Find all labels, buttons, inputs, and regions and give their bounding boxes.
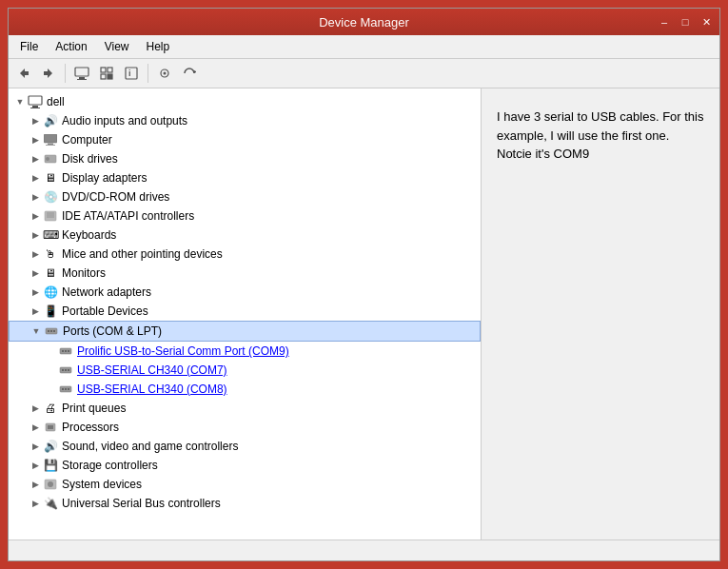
menu-view[interactable]: View — [97, 37, 137, 56]
tree-portable[interactable]: ▶ 📱 Portable Devices — [9, 302, 481, 321]
computer-button[interactable] — [70, 62, 93, 85]
tree-display[interactable]: ▶ 🖥 Display adapters — [9, 168, 481, 187]
collapse-button[interactable] — [95, 62, 118, 85]
menu-action[interactable]: Action — [48, 37, 94, 56]
device-tree[interactable]: ▼ dell ▶ 🔊 Audio inputs and outputs ▶ Co… — [9, 88, 482, 540]
tree-ide[interactable]: ▶ IDE ATA/ATAPI controllers — [9, 206, 481, 226]
view-button[interactable] — [153, 62, 176, 85]
minimize-button[interactable]: – — [655, 12, 674, 31]
sound-expand[interactable]: ▶ — [28, 439, 43, 454]
storage-label: Storage controllers — [62, 459, 158, 472]
audio-icon: 🔊 — [43, 113, 58, 128]
view-icon — [158, 67, 171, 80]
refresh-button[interactable] — [178, 62, 201, 85]
tree-audio[interactable]: ▶ 🔊 Audio inputs and outputs — [9, 111, 481, 130]
disk-expand[interactable]: ▶ — [28, 151, 43, 167]
svg-marker-2 — [48, 69, 52, 78]
help-properties-button[interactable]: i — [120, 62, 143, 85]
refresh-icon — [183, 67, 196, 80]
tree-system[interactable]: ▶ System devices — [9, 475, 481, 494]
maximize-button[interactable]: □ — [676, 12, 695, 31]
tree-mice[interactable]: ▶ 🖱 Mice and other pointing devices — [9, 245, 481, 264]
keyboard-expand[interactable]: ▶ — [28, 227, 43, 243]
computer-expand[interactable]: ▶ — [28, 132, 43, 147]
svg-point-14 — [164, 72, 167, 75]
system-icon — [43, 477, 58, 492]
svg-point-37 — [62, 369, 64, 371]
usb-icon: 🔌 — [43, 496, 58, 511]
svg-rect-21 — [46, 145, 55, 146]
dvd-icon: 💿 — [43, 189, 58, 205]
com9-label: Prolific USB-to-Serial Comm Port (COM9) — [77, 344, 289, 358]
network-expand[interactable]: ▶ — [28, 284, 43, 300]
system-expand[interactable]: ▶ — [28, 477, 43, 492]
sound-icon: 🔊 — [43, 439, 58, 454]
portable-expand[interactable]: ▶ — [28, 304, 43, 319]
svg-point-39 — [68, 369, 69, 371]
svg-rect-8 — [108, 68, 112, 72]
usb-label: Universal Serial Bus controllers — [62, 497, 221, 510]
svg-point-29 — [48, 330, 49, 332]
svg-rect-18 — [30, 108, 40, 108]
audio-expand[interactable]: ▶ — [28, 113, 43, 128]
tree-computer[interactable]: ▶ Computer — [9, 130, 481, 149]
ports-expand[interactable]: ▼ — [29, 324, 44, 339]
content-area: ▼ dell ▶ 🔊 Audio inputs and outputs ▶ Co… — [9, 88, 719, 540]
computer-icon — [43, 132, 58, 147]
display-expand[interactable]: ▶ — [28, 170, 43, 186]
tree-dvd[interactable]: ▶ 💿 DVD/CD-ROM drives — [9, 187, 481, 206]
forward-icon — [42, 67, 55, 80]
back-button[interactable] — [12, 62, 35, 85]
tree-processors[interactable]: ▶ Processors — [9, 418, 481, 437]
computer-icon — [74, 67, 89, 80]
svg-point-42 — [65, 388, 67, 390]
menu-help[interactable]: Help — [139, 37, 178, 56]
close-button[interactable]: ✕ — [697, 12, 716, 31]
tree-usb[interactable]: ▶ 🔌 Universal Serial Bus controllers — [9, 494, 481, 513]
svg-rect-3 — [44, 71, 48, 75]
tree-print[interactable]: ▶ 🖨 Print queues — [9, 399, 481, 418]
svg-marker-0 — [20, 69, 25, 78]
storage-expand[interactable]: ▶ — [28, 458, 43, 473]
menu-file[interactable]: File — [12, 37, 46, 56]
tree-com7[interactable]: USB-SERIAL CH340 (COM7) — [9, 361, 481, 380]
tree-disk[interactable]: ▶ Disk drives — [9, 149, 481, 168]
tree-sound[interactable]: ▶ 🔊 Sound, video and game controllers — [9, 437, 481, 456]
dvd-label: DVD/CD-ROM drives — [62, 190, 169, 204]
tree-network[interactable]: ▶ 🌐 Network adapters — [9, 283, 481, 302]
com7-expand — [43, 363, 58, 378]
usb-expand[interactable]: ▶ — [28, 496, 43, 511]
forward-button[interactable] — [37, 62, 60, 85]
monitors-expand[interactable]: ▶ — [28, 265, 43, 281]
root-expand-icon[interactable]: ▼ — [12, 94, 28, 109]
svg-point-35 — [68, 350, 69, 352]
dvd-expand[interactable]: ▶ — [28, 189, 43, 205]
svg-rect-19 — [44, 134, 57, 143]
svg-rect-7 — [101, 68, 106, 72]
network-label: Network adapters — [62, 285, 151, 299]
svg-rect-5 — [79, 77, 85, 79]
tree-storage[interactable]: ▶ 💾 Storage controllers — [9, 456, 481, 475]
processors-expand[interactable]: ▶ — [28, 420, 43, 435]
annotation-panel: I have 3 serial to USB cables. For this … — [482, 88, 719, 540]
tree-com9[interactable]: Prolific USB-to-Serial Comm Port (COM9) — [9, 342, 481, 361]
tree-monitors[interactable]: ▶ 🖥 Monitors — [9, 264, 481, 283]
svg-point-43 — [68, 388, 69, 390]
keyboard-icon: ⌨ — [43, 227, 58, 243]
svg-point-30 — [50, 330, 52, 332]
tree-com8[interactable]: USB-SERIAL CH340 (COM8) — [9, 380, 481, 399]
properties-icon: i — [125, 67, 138, 80]
toolbar-separator-2 — [148, 64, 148, 83]
svg-point-41 — [62, 388, 64, 390]
print-expand[interactable]: ▶ — [28, 401, 43, 416]
tree-ports[interactable]: ▼ Ports (COM & LPT) — [9, 321, 481, 342]
ide-expand[interactable]: ▶ — [28, 208, 43, 224]
window-title: Device Manager — [16, 15, 712, 29]
com7-label: USB-SERIAL CH340 (COM7) — [77, 363, 227, 377]
svg-rect-9 — [101, 74, 106, 79]
tree-root-dell[interactable]: ▼ dell — [9, 92, 481, 111]
mice-expand[interactable]: ▶ — [28, 246, 43, 262]
tree-keyboard[interactable]: ▶ ⌨ Keyboards — [9, 226, 481, 245]
svg-point-31 — [53, 330, 55, 332]
svg-rect-10 — [108, 74, 112, 79]
